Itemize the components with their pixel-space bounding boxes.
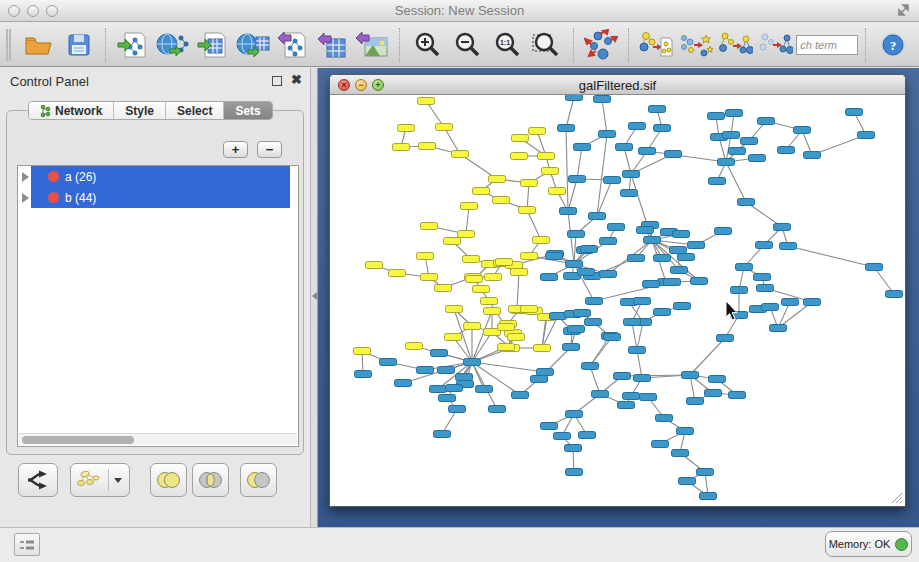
graph-node[interactable] xyxy=(389,270,406,277)
new-network-selected-nodes-selected-edges-button[interactable] xyxy=(759,27,793,63)
apply-layout-button[interactable] xyxy=(584,27,618,63)
graph-node[interactable] xyxy=(380,359,397,366)
graph-edge[interactable] xyxy=(874,267,894,294)
new-network-selected-nodes-all-edges-button[interactable] xyxy=(719,27,753,63)
graph-node[interactable] xyxy=(464,359,481,366)
graph-node[interactable] xyxy=(586,298,603,305)
graph-node[interactable] xyxy=(726,110,743,117)
open-session-button[interactable] xyxy=(22,27,56,63)
graph-node[interactable] xyxy=(582,363,599,370)
memory-status-badge[interactable]: Memory: OK xyxy=(825,531,912,557)
graph-node[interactable] xyxy=(446,306,463,313)
graph-node[interactable] xyxy=(709,178,726,185)
graph-node[interactable] xyxy=(546,253,563,260)
graph-node[interactable] xyxy=(568,231,585,238)
graph-node[interactable] xyxy=(585,319,602,326)
tab-select[interactable]: Select xyxy=(166,102,224,119)
graph-node[interactable] xyxy=(715,228,732,235)
graph-node[interactable] xyxy=(519,207,536,214)
graph-edge[interactable] xyxy=(624,147,631,174)
graph-node[interactable] xyxy=(708,113,725,120)
graph-node[interactable] xyxy=(395,380,412,387)
graph-node[interactable] xyxy=(718,159,735,166)
union-sets-button[interactable] xyxy=(150,463,187,497)
graph-node[interactable] xyxy=(393,144,410,151)
graph-node[interactable] xyxy=(754,274,771,281)
graph-node[interactable] xyxy=(757,285,774,292)
scrollbar-thumb[interactable] xyxy=(22,436,134,444)
graph-node[interactable] xyxy=(574,310,591,317)
export-network-button[interactable] xyxy=(276,27,310,63)
graph-node[interactable] xyxy=(463,256,480,263)
network-window-titlebar[interactable]: × − + galFiltered.sif xyxy=(330,75,905,95)
close-panel-icon[interactable]: ✖ xyxy=(291,72,302,87)
graph-node[interactable] xyxy=(558,125,575,132)
graph-edge[interactable] xyxy=(517,272,519,309)
save-session-button[interactable] xyxy=(62,27,96,63)
graph-node[interactable] xyxy=(473,286,490,293)
graph-node[interactable] xyxy=(521,180,538,187)
graph-node[interactable] xyxy=(466,276,483,283)
graph-node[interactable] xyxy=(417,367,434,374)
horizontal-scrollbar[interactable] xyxy=(19,433,297,445)
graph-edge[interactable] xyxy=(527,183,529,210)
graph-node[interactable] xyxy=(498,344,515,351)
graph-node[interactable] xyxy=(608,224,625,231)
sets-list[interactable]: a (26) b (44) xyxy=(17,165,299,447)
graph-node[interactable] xyxy=(461,203,478,210)
graph-node[interactable] xyxy=(652,441,669,448)
graph-node[interactable] xyxy=(549,188,566,195)
graph-node[interactable] xyxy=(438,367,455,374)
graph-node[interactable] xyxy=(566,95,583,101)
graph-node[interactable] xyxy=(574,144,591,151)
graph-node[interactable] xyxy=(566,261,583,268)
graph-node[interactable] xyxy=(674,303,691,310)
intersection-sets-button[interactable] xyxy=(192,463,229,497)
graph-node[interactable] xyxy=(866,264,883,271)
graph-node[interactable] xyxy=(569,176,586,183)
graph-edge[interactable] xyxy=(602,99,607,134)
graph-node[interactable] xyxy=(671,267,688,274)
graph-node[interactable] xyxy=(731,287,748,294)
graph-node[interactable] xyxy=(439,395,456,402)
graph-node[interactable] xyxy=(709,376,726,383)
graph-node[interactable] xyxy=(858,132,875,139)
graph-node[interactable] xyxy=(511,269,528,276)
graph-node[interactable] xyxy=(729,148,746,155)
graph-node[interactable] xyxy=(634,298,651,305)
graph-node[interactable] xyxy=(398,125,415,132)
graph-edge[interactable] xyxy=(574,234,576,264)
network-canvas[interactable] xyxy=(330,95,905,506)
collapse-panel-icon[interactable] xyxy=(312,292,317,300)
graph-node[interactable] xyxy=(493,197,510,204)
graph-node[interactable] xyxy=(417,253,434,260)
help-button[interactable]: ? xyxy=(876,27,910,63)
graph-node[interactable] xyxy=(599,131,616,138)
graph-node[interactable] xyxy=(679,478,696,485)
graph-node[interactable] xyxy=(643,281,660,288)
graph-node[interactable] xyxy=(435,285,452,292)
graph-node[interactable] xyxy=(512,135,529,142)
zoom-selected-button[interactable] xyxy=(530,27,564,63)
graph-edge[interactable] xyxy=(632,322,637,350)
graph-node[interactable] xyxy=(366,262,383,269)
graph-node[interactable] xyxy=(529,128,546,135)
graph-node[interactable] xyxy=(665,151,682,158)
export-image-button[interactable] xyxy=(355,27,389,63)
graph-node[interactable] xyxy=(673,231,690,238)
graph-node[interactable] xyxy=(568,326,585,333)
graph-node[interactable] xyxy=(604,334,621,341)
graph-edge[interactable] xyxy=(466,206,469,234)
graph-node[interactable] xyxy=(736,264,753,271)
create-set-from-layout-button[interactable] xyxy=(70,463,130,497)
graph-node[interactable] xyxy=(496,259,513,266)
graph-node[interactable] xyxy=(456,374,473,381)
set-row-b[interactable]: b (44) xyxy=(18,187,298,208)
network-window[interactable]: × − + galFiltered.sif xyxy=(329,74,906,507)
graph-node[interactable] xyxy=(639,148,656,155)
graph-edge[interactable] xyxy=(566,97,574,128)
graph-node[interactable] xyxy=(691,278,708,285)
graph-node[interactable] xyxy=(654,125,671,132)
tab-style[interactable]: Style xyxy=(114,102,166,119)
graph-node[interactable] xyxy=(621,190,638,197)
